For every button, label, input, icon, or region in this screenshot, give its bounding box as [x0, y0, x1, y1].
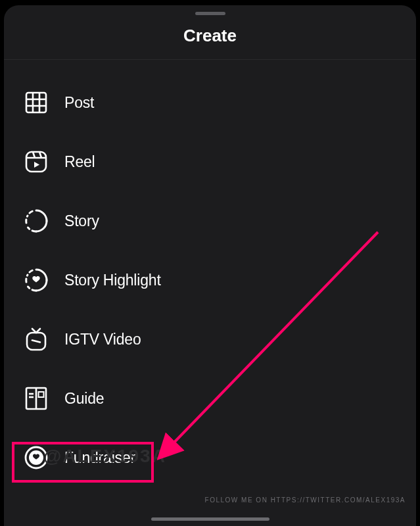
sheet-title: Create	[4, 15, 416, 59]
home-indicator[interactable]	[151, 517, 269, 521]
option-igtv[interactable]: IGTV Video	[4, 310, 416, 369]
svg-line-7	[33, 152, 35, 158]
option-label: Fundraiser	[64, 449, 135, 467]
option-label: Guide	[64, 390, 104, 408]
option-label: Story	[64, 212, 99, 230]
svg-line-8	[39, 152, 41, 158]
create-sheet: Create Post	[4, 5, 416, 526]
svg-rect-15	[39, 392, 44, 397]
svg-rect-0	[26, 93, 46, 112]
option-guide[interactable]: Guide	[4, 369, 416, 428]
svg-rect-5	[26, 152, 46, 172]
create-options-list: Post Reel	[4, 60, 416, 487]
option-reel[interactable]: Reel	[4, 132, 416, 191]
guide-icon	[22, 385, 50, 412]
fundraiser-icon	[22, 444, 50, 471]
reel-icon	[22, 148, 50, 176]
option-post[interactable]: Post	[4, 73, 416, 132]
option-label: Story Highlight	[64, 272, 161, 289]
option-story-highlight[interactable]: Story Highlight	[4, 251, 416, 310]
option-label: Reel	[64, 153, 95, 171]
igtv-icon	[22, 325, 50, 353]
option-label: Post	[64, 94, 94, 112]
option-fundraiser[interactable]: Fundraiser	[4, 428, 416, 487]
story-highlight-icon	[22, 266, 50, 294]
story-icon	[22, 207, 50, 235]
credit-text: FOLLOW ME ON HTTPS://TWITTER.COM/ALEX193…	[205, 496, 406, 504]
option-label: IGTV Video	[64, 331, 141, 348]
svg-line-10	[32, 341, 40, 343]
option-story[interactable]: Story	[4, 191, 416, 251]
grid-icon	[22, 89, 50, 116]
